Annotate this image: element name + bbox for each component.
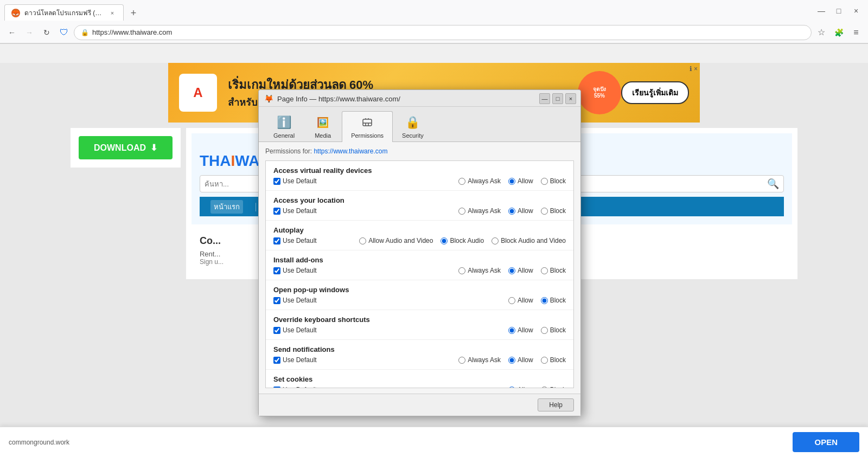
perm-autoplay-title: Autoplay <box>273 226 566 234</box>
ad-close-button[interactable]: ℹ × <box>690 65 698 73</box>
perm-autoplay-ba-radio[interactable] <box>441 237 448 244</box>
perm-notifications-controls: Use Default Always Ask Allow <box>273 356 566 364</box>
tab-general[interactable]: ℹ️ General <box>264 111 304 142</box>
perm-keyboard: Override keyboard shortcuts Use Default … <box>266 310 573 340</box>
perm-vr-ask-label: Always Ask <box>468 177 501 185</box>
minimize-button[interactable]: — <box>814 3 829 18</box>
perm-cookies-title: Set cookies <box>273 375 566 383</box>
perm-keyboard-controls: Use Default Allow Block <box>273 326 566 334</box>
back-button[interactable]: ← <box>4 25 20 40</box>
perm-addons-default-label: Use Default <box>283 267 317 274</box>
window-controls: — □ × <box>814 3 864 18</box>
perm-location-controls: Use Default Always Ask Allow <box>273 207 566 215</box>
perm-notifications-allow-radio[interactable] <box>508 357 515 364</box>
perm-addons-ask-label: Always Ask <box>468 267 501 274</box>
download-area: DOWNLOAD ⬇ <box>71 128 181 168</box>
address-bar[interactable]: 🔒 https://www.thaiware.com <box>74 25 812 40</box>
perm-autoplay-controls: Use Default Allow Audio and Video Block … <box>273 237 566 244</box>
perm-vr-allow-radio[interactable] <box>508 178 515 185</box>
open-button[interactable]: OPEN <box>793 432 859 452</box>
perm-cookies-allow-label: Allow <box>518 386 533 388</box>
extensions-button[interactable]: 🧩 <box>831 25 846 40</box>
perm-vr-default: Use Default <box>273 177 317 185</box>
menu-button[interactable]: ≡ <box>848 25 864 40</box>
perm-keyboard-block-radio[interactable] <box>541 327 548 334</box>
perm-location-checkbox[interactable] <box>273 208 280 215</box>
perm-location-ask-radio[interactable] <box>458 208 465 215</box>
perm-addons-allow-radio[interactable] <box>508 267 515 274</box>
dialog-close-button[interactable]: × <box>565 93 576 104</box>
ad-sticker: จุดปัง55% <box>578 71 621 114</box>
forward-button[interactable]: → <box>22 25 37 40</box>
permissions-url[interactable]: https://www.thaiware.com <box>314 147 387 155</box>
close-window-button[interactable]: × <box>848 3 864 18</box>
perm-addons-ask-radio[interactable] <box>458 267 465 274</box>
bottom-url: commonground.work <box>9 439 69 446</box>
perm-vr-allow: Allow <box>508 177 533 185</box>
tab-security-label: Security <box>402 132 424 139</box>
perm-autoplay-checkbox[interactable] <box>273 237 280 244</box>
title-bar: 🦊 ดาวน์โหลดโปรแกรมฟรี (Downlo... × + — □… <box>0 0 868 22</box>
nav-home[interactable]: หน้าแรก <box>210 200 243 214</box>
perm-cookies-block-radio[interactable] <box>541 387 548 389</box>
page-info-dialog: 🦊 Page Info — https://www.thaiware.com/ … <box>258 89 581 416</box>
perm-autoplay-av-radio[interactable] <box>359 237 366 244</box>
browser-tab[interactable]: 🦊 ดาวน์โหลดโปรแกรมฟรี (Downlo... × <box>4 4 124 21</box>
dialog-minimize-button[interactable]: — <box>539 93 550 104</box>
new-tab-button[interactable]: + <box>126 5 141 21</box>
perm-addons-checkbox[interactable] <box>273 267 280 274</box>
shield-icon: 🛡 <box>56 25 72 40</box>
perm-autoplay-options: Allow Audio and Video Block Audio Block … <box>359 237 566 244</box>
perm-popup: Open pop-up windows Use Default Allow <box>266 280 573 310</box>
reload-button[interactable]: ↻ <box>39 25 54 40</box>
download-button[interactable]: DOWNLOAD ⬇ <box>79 136 173 159</box>
perm-location-block-radio[interactable] <box>541 208 548 215</box>
perm-addons-block-label: Block <box>550 267 566 274</box>
bookmark-button[interactable]: ☆ <box>814 25 829 40</box>
general-icon: ℹ️ <box>276 114 293 131</box>
ad-cta-button[interactable]: เรียนรู้เพิ่มเติม <box>621 81 689 104</box>
toolbar: ← → ↻ 🛡 🔒 https://www.thaiware.com ☆ 🧩 ≡ <box>0 22 868 43</box>
perm-vr-ask-radio[interactable] <box>458 178 465 185</box>
perm-location-allow-label: Allow <box>518 207 533 215</box>
perm-cookies-default-label: Use Default <box>283 386 317 388</box>
perm-location-title: Access your location <box>273 196 566 204</box>
tab-permissions[interactable]: Permissions <box>342 111 393 142</box>
dialog-maximize-button[interactable]: □ <box>552 93 563 104</box>
perm-popup-default-label: Use Default <box>283 297 317 304</box>
perm-vr-ask: Always Ask <box>458 177 501 185</box>
perm-popup-checkbox[interactable] <box>273 297 280 304</box>
perm-keyboard-checkbox[interactable] <box>273 327 280 334</box>
perm-notifications-ask-radio[interactable] <box>458 357 465 364</box>
perm-location-allow-radio[interactable] <box>508 208 515 215</box>
tab-security[interactable]: 🔒 Security <box>393 111 433 142</box>
perm-autoplay-default: Use Default <box>273 237 317 244</box>
security-icon: 🔒 <box>404 114 422 131</box>
perm-notifications-options: Always Ask Allow Block <box>458 356 566 364</box>
download-label: DOWNLOAD <box>94 143 146 153</box>
tab-media-label: Media <box>315 132 331 139</box>
tab-close-button[interactable]: × <box>108 9 117 17</box>
perm-keyboard-allow-radio[interactable] <box>508 327 515 334</box>
perm-notifications-checkbox[interactable] <box>273 357 280 364</box>
perm-notifications-title: Send notifications <box>273 345 566 353</box>
help-button[interactable]: Help <box>538 398 574 411</box>
perm-notifications-default: Use Default <box>273 356 317 364</box>
perm-popup-allow-radio[interactable] <box>508 297 515 304</box>
perm-cookies: Set cookies Use Default Allow <box>266 370 573 388</box>
perm-cookies-checkbox[interactable] <box>273 387 280 389</box>
perm-popup-block-radio[interactable] <box>541 297 548 304</box>
perm-addons: Install add-ons Use Default Always Ask <box>266 250 573 280</box>
maximize-button[interactable]: □ <box>831 3 846 18</box>
dialog-tabs: ℹ️ General 🖼️ Media <box>259 107 580 142</box>
perm-autoplay-bav-radio[interactable] <box>492 237 499 244</box>
bottom-bar: commonground.work OPEN <box>0 427 868 457</box>
perm-addons-block-radio[interactable] <box>541 267 548 274</box>
perm-cookies-allow-radio[interactable] <box>508 387 515 389</box>
perm-notifications-block-radio[interactable] <box>541 357 548 364</box>
tab-media[interactable]: 🖼️ Media <box>304 111 342 142</box>
adobe-logo: A <box>179 74 217 112</box>
perm-vr-block-radio[interactable] <box>541 178 548 185</box>
search-icon[interactable]: 🔍 <box>767 178 779 190</box>
perm-vr-checkbox[interactable] <box>273 178 280 185</box>
